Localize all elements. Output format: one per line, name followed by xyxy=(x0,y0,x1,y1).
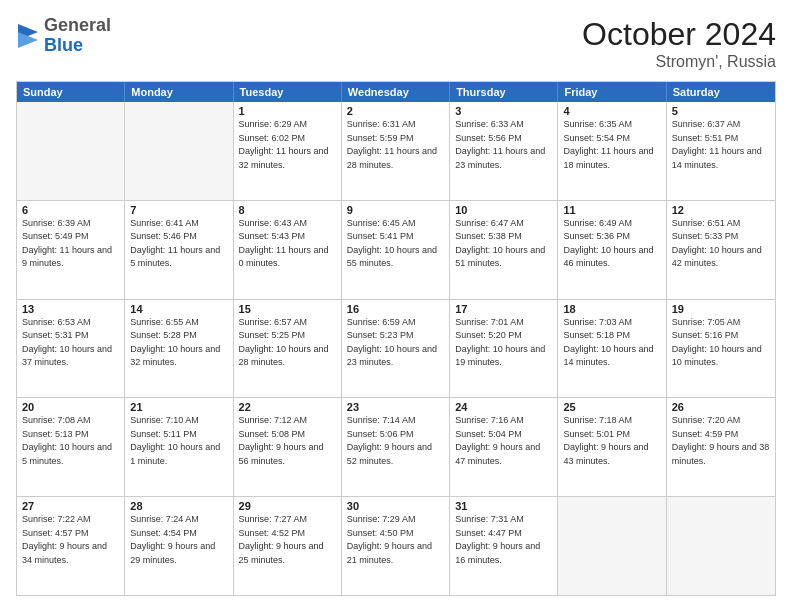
sun-info: Sunrise: 6:55 AMSunset: 5:28 PMDaylight:… xyxy=(130,316,227,370)
sun-info: Sunrise: 6:29 AMSunset: 6:02 PMDaylight:… xyxy=(239,118,336,172)
logo: General Blue xyxy=(16,16,111,56)
sun-info: Sunrise: 6:51 AMSunset: 5:33 PMDaylight:… xyxy=(672,217,770,271)
day-number: 7 xyxy=(130,204,227,216)
sun-info: Sunrise: 6:37 AMSunset: 5:51 PMDaylight:… xyxy=(672,118,770,172)
calendar-cell-3-3: 15Sunrise: 6:57 AMSunset: 5:25 PMDayligh… xyxy=(234,300,342,398)
calendar-cell-5-6 xyxy=(558,497,666,595)
calendar-cell-3-5: 17Sunrise: 7:01 AMSunset: 5:20 PMDayligh… xyxy=(450,300,558,398)
day-number: 15 xyxy=(239,303,336,315)
sun-info: Sunrise: 6:53 AMSunset: 5:31 PMDaylight:… xyxy=(22,316,119,370)
sun-info: Sunrise: 6:31 AMSunset: 5:59 PMDaylight:… xyxy=(347,118,444,172)
sun-info: Sunrise: 7:20 AMSunset: 4:59 PMDaylight:… xyxy=(672,414,770,468)
calendar-cell-1-6: 4Sunrise: 6:35 AMSunset: 5:54 PMDaylight… xyxy=(558,102,666,200)
calendar-cell-4-7: 26Sunrise: 7:20 AMSunset: 4:59 PMDayligh… xyxy=(667,398,775,496)
calendar-cell-5-4: 30Sunrise: 7:29 AMSunset: 4:50 PMDayligh… xyxy=(342,497,450,595)
day-number: 29 xyxy=(239,500,336,512)
calendar-cell-2-2: 7Sunrise: 6:41 AMSunset: 5:46 PMDaylight… xyxy=(125,201,233,299)
sun-info: Sunrise: 6:39 AMSunset: 5:49 PMDaylight:… xyxy=(22,217,119,271)
day-number: 9 xyxy=(347,204,444,216)
logo-general: General xyxy=(44,16,111,36)
sun-info: Sunrise: 7:14 AMSunset: 5:06 PMDaylight:… xyxy=(347,414,444,468)
calendar-cell-1-4: 2Sunrise: 6:31 AMSunset: 5:59 PMDaylight… xyxy=(342,102,450,200)
calendar-cell-2-4: 9Sunrise: 6:45 AMSunset: 5:41 PMDaylight… xyxy=(342,201,450,299)
calendar: SundayMondayTuesdayWednesdayThursdayFrid… xyxy=(16,81,776,596)
calendar-cell-1-5: 3Sunrise: 6:33 AMSunset: 5:56 PMDaylight… xyxy=(450,102,558,200)
weekday-header-sunday: Sunday xyxy=(17,82,125,102)
day-number: 8 xyxy=(239,204,336,216)
header: General Blue October 2024 Stromyn', Russ… xyxy=(16,16,776,71)
sun-info: Sunrise: 6:43 AMSunset: 5:43 PMDaylight:… xyxy=(239,217,336,271)
day-number: 30 xyxy=(347,500,444,512)
day-number: 4 xyxy=(563,105,660,117)
sun-info: Sunrise: 6:47 AMSunset: 5:38 PMDaylight:… xyxy=(455,217,552,271)
weekday-header-wednesday: Wednesday xyxy=(342,82,450,102)
weekday-header-monday: Monday xyxy=(125,82,233,102)
day-number: 20 xyxy=(22,401,119,413)
sun-info: Sunrise: 6:41 AMSunset: 5:46 PMDaylight:… xyxy=(130,217,227,271)
day-number: 25 xyxy=(563,401,660,413)
day-number: 3 xyxy=(455,105,552,117)
day-number: 22 xyxy=(239,401,336,413)
calendar-row-3: 13Sunrise: 6:53 AMSunset: 5:31 PMDayligh… xyxy=(17,299,775,398)
sun-info: Sunrise: 6:33 AMSunset: 5:56 PMDaylight:… xyxy=(455,118,552,172)
day-number: 5 xyxy=(672,105,770,117)
sun-info: Sunrise: 7:29 AMSunset: 4:50 PMDaylight:… xyxy=(347,513,444,567)
sun-info: Sunrise: 7:27 AMSunset: 4:52 PMDaylight:… xyxy=(239,513,336,567)
title-block: October 2024 Stromyn', Russia xyxy=(582,16,776,71)
month-title: October 2024 xyxy=(582,16,776,53)
day-number: 10 xyxy=(455,204,552,216)
sun-info: Sunrise: 6:59 AMSunset: 5:23 PMDaylight:… xyxy=(347,316,444,370)
sun-info: Sunrise: 7:24 AMSunset: 4:54 PMDaylight:… xyxy=(130,513,227,567)
calendar-cell-4-2: 21Sunrise: 7:10 AMSunset: 5:11 PMDayligh… xyxy=(125,398,233,496)
day-number: 1 xyxy=(239,105,336,117)
sun-info: Sunrise: 7:10 AMSunset: 5:11 PMDaylight:… xyxy=(130,414,227,468)
page: General Blue October 2024 Stromyn', Russ… xyxy=(0,0,792,612)
day-number: 19 xyxy=(672,303,770,315)
sun-info: Sunrise: 6:45 AMSunset: 5:41 PMDaylight:… xyxy=(347,217,444,271)
weekday-header-saturday: Saturday xyxy=(667,82,775,102)
day-number: 23 xyxy=(347,401,444,413)
sun-info: Sunrise: 7:08 AMSunset: 5:13 PMDaylight:… xyxy=(22,414,119,468)
logo-text: General Blue xyxy=(44,16,111,56)
calendar-cell-4-1: 20Sunrise: 7:08 AMSunset: 5:13 PMDayligh… xyxy=(17,398,125,496)
calendar-header: SundayMondayTuesdayWednesdayThursdayFrid… xyxy=(17,82,775,102)
sun-info: Sunrise: 7:31 AMSunset: 4:47 PMDaylight:… xyxy=(455,513,552,567)
weekday-header-tuesday: Tuesday xyxy=(234,82,342,102)
calendar-cell-4-3: 22Sunrise: 7:12 AMSunset: 5:08 PMDayligh… xyxy=(234,398,342,496)
calendar-cell-4-4: 23Sunrise: 7:14 AMSunset: 5:06 PMDayligh… xyxy=(342,398,450,496)
day-number: 16 xyxy=(347,303,444,315)
calendar-cell-2-5: 10Sunrise: 6:47 AMSunset: 5:38 PMDayligh… xyxy=(450,201,558,299)
calendar-cell-1-2 xyxy=(125,102,233,200)
sun-info: Sunrise: 7:01 AMSunset: 5:20 PMDaylight:… xyxy=(455,316,552,370)
sun-info: Sunrise: 7:22 AMSunset: 4:57 PMDaylight:… xyxy=(22,513,119,567)
sun-info: Sunrise: 7:03 AMSunset: 5:18 PMDaylight:… xyxy=(563,316,660,370)
sun-info: Sunrise: 7:16 AMSunset: 5:04 PMDaylight:… xyxy=(455,414,552,468)
day-number: 24 xyxy=(455,401,552,413)
calendar-cell-2-7: 12Sunrise: 6:51 AMSunset: 5:33 PMDayligh… xyxy=(667,201,775,299)
calendar-cell-3-7: 19Sunrise: 7:05 AMSunset: 5:16 PMDayligh… xyxy=(667,300,775,398)
calendar-row-1: 1Sunrise: 6:29 AMSunset: 6:02 PMDaylight… xyxy=(17,102,775,200)
day-number: 26 xyxy=(672,401,770,413)
calendar-cell-2-3: 8Sunrise: 6:43 AMSunset: 5:43 PMDaylight… xyxy=(234,201,342,299)
calendar-cell-4-5: 24Sunrise: 7:16 AMSunset: 5:04 PMDayligh… xyxy=(450,398,558,496)
location-title: Stromyn', Russia xyxy=(582,53,776,71)
calendar-cell-5-1: 27Sunrise: 7:22 AMSunset: 4:57 PMDayligh… xyxy=(17,497,125,595)
weekday-header-friday: Friday xyxy=(558,82,666,102)
day-number: 17 xyxy=(455,303,552,315)
day-number: 2 xyxy=(347,105,444,117)
calendar-body: 1Sunrise: 6:29 AMSunset: 6:02 PMDaylight… xyxy=(17,102,775,595)
weekday-header-thursday: Thursday xyxy=(450,82,558,102)
calendar-cell-1-1 xyxy=(17,102,125,200)
sun-info: Sunrise: 6:49 AMSunset: 5:36 PMDaylight:… xyxy=(563,217,660,271)
calendar-cell-5-2: 28Sunrise: 7:24 AMSunset: 4:54 PMDayligh… xyxy=(125,497,233,595)
calendar-cell-3-6: 18Sunrise: 7:03 AMSunset: 5:18 PMDayligh… xyxy=(558,300,666,398)
day-number: 6 xyxy=(22,204,119,216)
calendar-cell-5-5: 31Sunrise: 7:31 AMSunset: 4:47 PMDayligh… xyxy=(450,497,558,595)
calendar-cell-3-1: 13Sunrise: 6:53 AMSunset: 5:31 PMDayligh… xyxy=(17,300,125,398)
sun-info: Sunrise: 6:57 AMSunset: 5:25 PMDaylight:… xyxy=(239,316,336,370)
calendar-row-5: 27Sunrise: 7:22 AMSunset: 4:57 PMDayligh… xyxy=(17,496,775,595)
calendar-cell-2-1: 6Sunrise: 6:39 AMSunset: 5:49 PMDaylight… xyxy=(17,201,125,299)
day-number: 27 xyxy=(22,500,119,512)
calendar-cell-3-4: 16Sunrise: 6:59 AMSunset: 5:23 PMDayligh… xyxy=(342,300,450,398)
calendar-cell-2-6: 11Sunrise: 6:49 AMSunset: 5:36 PMDayligh… xyxy=(558,201,666,299)
